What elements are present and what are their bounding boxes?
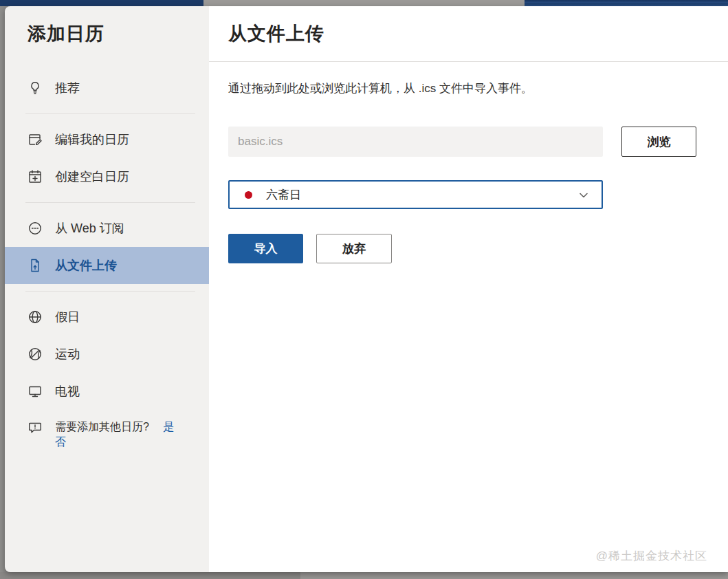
lightbulb-icon xyxy=(27,80,43,96)
globe-icon xyxy=(27,309,43,325)
feedback-bubble-icon xyxy=(27,420,43,435)
sidebar-item-tv[interactable]: 电视 xyxy=(5,373,209,410)
action-buttons-row: 导入 放弃 xyxy=(228,234,728,263)
backdrop-bottom-light xyxy=(300,572,728,579)
sidebar-item-edit-my-calendars[interactable]: 编辑我的日历 xyxy=(5,121,209,158)
panel-header: 从文件上传 xyxy=(209,6,728,62)
panel-title: 从文件上传 xyxy=(228,21,324,46)
backdrop-bottom-dark xyxy=(0,572,300,579)
upload-instructions: 通过拖动到此处或浏览此计算机，从 .ics 文件中导入事件。 xyxy=(228,80,728,96)
sidebar-item-label: 创建空白日历 xyxy=(55,168,129,185)
calendar-color-dot xyxy=(245,191,252,199)
sidebar-item-recommended[interactable]: 推荐 xyxy=(5,69,209,107)
feedback-text: 需要添加其他日历?是 否 xyxy=(55,419,187,450)
sidebar-item-subscribe-from-web[interactable]: 从 Web 订阅 xyxy=(5,210,209,247)
upload-from-file-panel: 从文件上传 通过拖动到此处或浏览此计算机，从 .ics 文件中导入事件。 浏览 … xyxy=(209,6,728,572)
sidebar-item-upload-from-file[interactable]: 从文件上传 xyxy=(5,247,209,284)
sidebar-nav: 推荐 编辑我的日历 xyxy=(5,69,209,450)
watermark-text: @稀土掘金技术社区 xyxy=(596,548,707,564)
sidebar-item-label: 从文件上传 xyxy=(55,257,117,274)
file-select-row: 浏览 xyxy=(228,127,728,157)
panel-body: 通过拖动到此处或浏览此计算机，从 .ics 文件中导入事件。 浏览 六斋日 导入… xyxy=(209,62,728,263)
add-calendar-dialog: 添加日历 推荐 xyxy=(5,6,728,572)
backdrop-gray xyxy=(203,0,525,6)
file-upload-icon xyxy=(27,258,43,273)
sidebar-divider xyxy=(25,291,195,292)
feedback-question: 需要添加其他日历? xyxy=(55,421,149,433)
sports-ball-icon xyxy=(27,347,43,362)
sidebar-item-label: 假日 xyxy=(55,309,80,325)
sidebar-item-label: 电视 xyxy=(55,383,80,400)
sidebar-item-sports[interactable]: 运动 xyxy=(5,336,209,373)
page-backdrop-bottom xyxy=(0,572,728,579)
backdrop-navy-left xyxy=(0,0,203,6)
discard-button[interactable]: 放弃 xyxy=(316,234,392,263)
calendar-edit-icon xyxy=(27,132,43,147)
sidebar-divider xyxy=(25,202,195,203)
sidebar-item-label: 推荐 xyxy=(55,80,80,96)
web-subscribe-icon xyxy=(27,221,43,236)
import-button[interactable]: 导入 xyxy=(228,234,303,263)
file-name-input[interactable] xyxy=(228,127,603,157)
add-calendar-sidebar: 添加日历 推荐 xyxy=(5,6,209,572)
backdrop-navy-right xyxy=(525,0,728,6)
calendar-add-icon xyxy=(27,169,43,184)
sidebar-item-holidays[interactable]: 假日 xyxy=(5,298,209,336)
calendar-select-value: 六斋日 xyxy=(266,187,301,203)
sidebar-item-label: 运动 xyxy=(55,346,80,362)
sidebar-item-create-blank-calendar[interactable]: 创建空白日历 xyxy=(5,158,209,195)
sidebar-item-label: 编辑我的日历 xyxy=(55,131,129,148)
page-backdrop-top xyxy=(0,0,728,6)
feedback-yes-link[interactable]: 是 xyxy=(163,421,174,433)
sidebar-feedback: 需要添加其他日历?是 否 xyxy=(5,419,209,450)
chevron-down-icon xyxy=(578,190,589,204)
dialog-title: 添加日历 xyxy=(27,21,209,46)
sidebar-divider xyxy=(25,113,195,114)
browse-button[interactable]: 浏览 xyxy=(621,127,696,157)
calendar-select-dropdown[interactable]: 六斋日 xyxy=(228,180,603,209)
tv-icon xyxy=(27,384,43,399)
feedback-no-link[interactable]: 否 xyxy=(55,436,66,448)
sidebar-item-label: 从 Web 订阅 xyxy=(55,220,124,237)
